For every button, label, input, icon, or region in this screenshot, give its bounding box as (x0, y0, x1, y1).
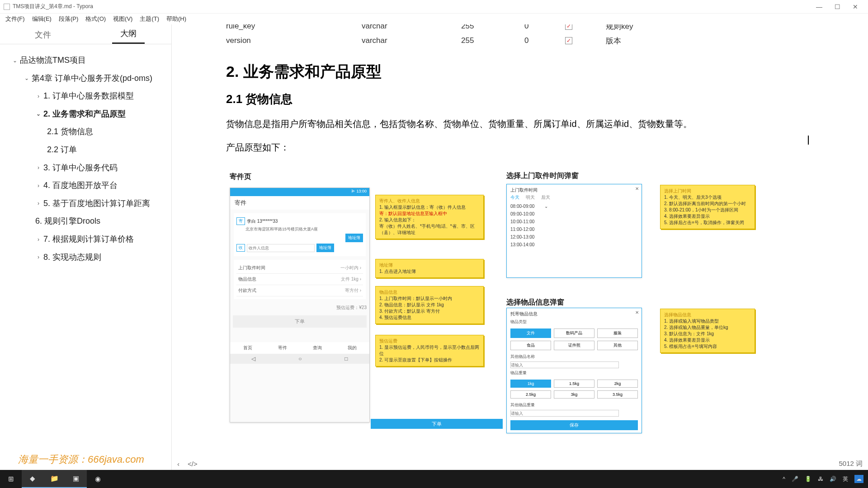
menu-help[interactable]: 帮助(H) (163, 15, 190, 23)
goods-popup: ✕ 托寄物品信息 物品类型 文件数码产品服装 食品证件照其他 其他物品名称 物品… (506, 308, 642, 433)
taskbar: ⊞ ◆ 📁 ▣ ◉ ^🎤🔋🖧🔊 英☁ (0, 470, 868, 488)
checkbox-icon: ✓ (565, 37, 572, 44)
menu-file[interactable]: 文件(F) (2, 15, 28, 23)
outline-item[interactable]: ›8. 实现动态规则 (4, 249, 168, 267)
db-table: rule_keyvarchar2550✓规则key versionvarchar… (226, 24, 814, 48)
menu-view[interactable]: 视图(V) (109, 15, 136, 23)
window-title: TMS项目讲义_第4章.md - Typora (13, 3, 93, 10)
word-count[interactable]: 5012 词 (839, 460, 863, 468)
caret-icon: ⌄ (24, 72, 30, 84)
close-icon: ✕ (635, 310, 639, 315)
order-bar: 下单 (371, 419, 503, 429)
checkbox-icon: ✓ (565, 24, 572, 30)
menu-paragraph[interactable]: 段落(P) (55, 15, 82, 23)
caret-icon: › (35, 90, 42, 102)
close-icon: ✕ (635, 186, 639, 191)
nav-back-icon[interactable]: ‹ (177, 460, 179, 468)
outline-item[interactable]: ›1. 订单中心服务数据模型 (4, 87, 168, 105)
save-button: 保存 (510, 420, 638, 430)
phone-title: 寄件 (230, 196, 369, 210)
taskbar-app[interactable]: 📁 (43, 470, 65, 488)
tab-files[interactable]: 文件 (27, 26, 59, 44)
receiver-input (247, 244, 315, 252)
sidebar: 文件 大纲 ⌄品达物流TMS项目 ⌄第4章 订单中心服务开发(pd-oms) ›… (0, 24, 172, 470)
chevron-up-icon: ^ (783, 476, 785, 482)
source-mode-icon[interactable]: </> (188, 460, 198, 468)
text-cursor (808, 136, 809, 145)
outline-tree: ⌄品达物流TMS项目 ⌄第4章 订单中心服务开发(pd-oms) ›1. 订单中… (0, 44, 171, 470)
note: 地址簿 1. 点击进入地址簿 (375, 259, 484, 278)
outline-item[interactable]: 6. 规则引擎Drools (4, 212, 168, 230)
outline-item[interactable]: ›4. 百度地图开放平台 (4, 177, 168, 195)
prototype-diagram: 寄件页 选择上门取件时间弹窗 选择物品信息弹窗 ⫸ 13:00 寄件 寄李白 1… (226, 165, 814, 445)
caret-icon: › (35, 180, 42, 192)
app-icon (4, 4, 10, 10)
time-popup: ✕ 上门取件时间 今天明天后天 08:00-09:00⌄ 09:00-10:00… (506, 184, 642, 278)
submit-button: 下单 (233, 315, 367, 328)
note: 选择上门时间 1. 今天、明天、后天3个选项2. 默认选择距离当前时间内的第一个… (660, 185, 755, 229)
proto-label: 寄件页 (230, 172, 251, 182)
statusbar: ‹ </> 5012 词 (172, 457, 868, 470)
price-estimate: 预估运费：¥23 (230, 303, 369, 313)
note: 寄件人、收件人信息 1. 输入框显示默认信息：寄（收）件人信息 寄：默认回显地址… (375, 195, 484, 239)
taskbar-app[interactable]: ◆ (22, 470, 43, 488)
paragraph: 产品原型如下： (226, 139, 814, 156)
menubar: 文件(F) 编辑(E) 段落(P) 格式(O) 视图(V) 主题(T) 帮助(H… (0, 14, 868, 24)
proto-label: 选择物品信息弹窗 (506, 298, 564, 307)
caret-icon: ⌄ (35, 108, 42, 120)
paragraph: 货物信息是指用户所寄物品相关信息，包括货物名称、货物单位、货物重量、所属订单id… (226, 115, 814, 132)
note: 预估运费 1. 显示预估运费，人民币符号，显示至小数点后两位2. 可显示至嵌放置… (375, 335, 484, 366)
phone-mock: ⫸ 13:00 寄件 寄李白 13******33 北京市海淀区和平路15号楼贝… (230, 188, 370, 422)
editor-content[interactable]: rule_keyvarchar2550✓规则key versionvarchar… (172, 24, 868, 470)
outline-item-active[interactable]: ⌄2. 业务需求和产品原型 (4, 105, 168, 123)
note: 物品信息 1. 上门取件时间：默认显示一小时内2. 物品信息：默认显示 文件 1… (375, 286, 484, 324)
addrbook-button: 地址簿 (345, 234, 363, 242)
minimize-button[interactable]: — (810, 3, 828, 10)
taskbar-app[interactable]: ▣ (65, 470, 87, 488)
heading-h2: 2. 业务需求和产品原型 (226, 61, 814, 82)
tab-outline[interactable]: 大纲 (112, 24, 145, 44)
table-row: rule_keyvarchar2550✓规则key (226, 24, 814, 33)
menu-theme[interactable]: 主题(T) (136, 15, 163, 23)
maximize-button[interactable]: ☐ (828, 3, 846, 10)
taskbar-app[interactable]: ◉ (87, 470, 108, 488)
outline-chapter[interactable]: ⌄第4章 订单中心服务开发(pd-oms) (4, 70, 168, 88)
system-tray[interactable]: ^🎤🔋🖧🔊 英☁ (778, 475, 868, 483)
watermark: 海量一手资源：666java.com (18, 453, 144, 466)
table-row: versionvarchar2550✓版本 (226, 33, 814, 48)
menu-format[interactable]: 格式(O) (82, 15, 109, 23)
caret-icon: › (35, 234, 42, 245)
caret-icon: › (35, 251, 42, 263)
ime-indicator: 英 (843, 475, 848, 483)
addrbook-button: 地址簿 (316, 244, 334, 252)
outline-subitem[interactable]: 2.1 货物信息 (4, 123, 168, 141)
phone-statusbar: ⫸ 13:00 (230, 188, 369, 196)
caret-icon: › (35, 197, 42, 209)
note: 选择物品信息 1. 选择或输入填写物品类型2. 选择或输入物品重量，单位kg3.… (660, 309, 755, 353)
caret-icon: ⌄ (12, 55, 18, 66)
outline-root[interactable]: ⌄品达物流TMS项目 (4, 52, 168, 70)
heading-h3: 2.1 货物信息 (226, 91, 814, 107)
chevron-down-icon: ⌄ (544, 204, 548, 209)
outline-subitem[interactable]: 2.2 订单 (4, 141, 168, 159)
start-button[interactable]: ⊞ (0, 470, 22, 488)
outline-item[interactable]: ›7. 根据规则计算订单价格 (4, 230, 168, 249)
outline-item[interactable]: ›5. 基于百度地图计算订单距离 (4, 195, 168, 213)
close-button[interactable]: ✕ (846, 3, 864, 10)
proto-label: 选择上门取件时间弹窗 (506, 171, 579, 181)
caret-icon: › (35, 162, 42, 174)
menu-edit[interactable]: 编辑(E) (28, 15, 55, 23)
outline-item[interactable]: ›3. 订单中心服务代码 (4, 159, 168, 177)
titlebar: TMS项目讲义_第4章.md - Typora — ☐ ✕ (0, 0, 868, 14)
